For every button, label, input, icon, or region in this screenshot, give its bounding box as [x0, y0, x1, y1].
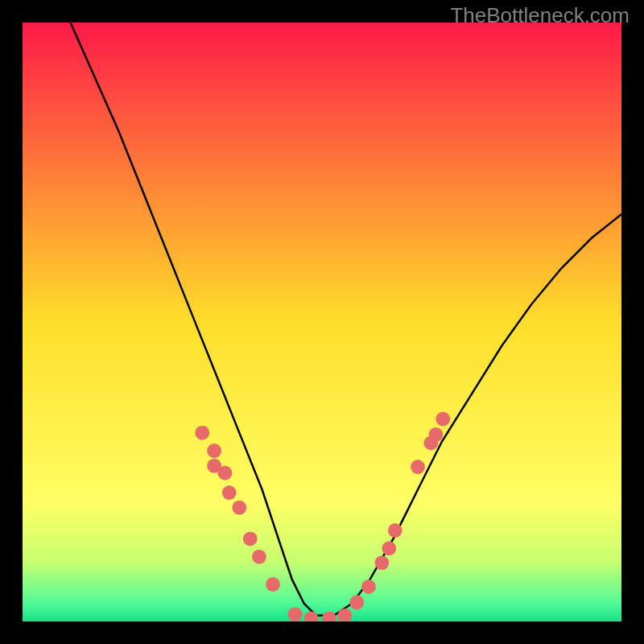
sample-point — [349, 595, 364, 609]
sample-point — [288, 607, 303, 621]
sample-point — [388, 523, 402, 538]
chart-svg — [23, 23, 621, 621]
chart-plot — [23, 23, 621, 621]
sample-point — [266, 577, 280, 592]
sample-point — [218, 466, 233, 481]
sample-point — [207, 444, 221, 458]
sample-point — [195, 426, 209, 440]
chart-frame: TheBottleneck.com — [0, 0, 644, 644]
sample-point — [375, 555, 390, 570]
sample-point — [222, 485, 237, 500]
watermark-text: TheBottleneck.com — [450, 3, 630, 28]
sample-point — [411, 460, 425, 474]
sample-point — [382, 541, 396, 555]
sample-point — [232, 501, 246, 515]
sample-point — [436, 412, 450, 427]
sample-point — [252, 550, 266, 564]
sample-point — [429, 427, 444, 442]
sample-point — [361, 580, 376, 594]
sample-point — [243, 531, 258, 546]
chart-background — [23, 23, 621, 621]
